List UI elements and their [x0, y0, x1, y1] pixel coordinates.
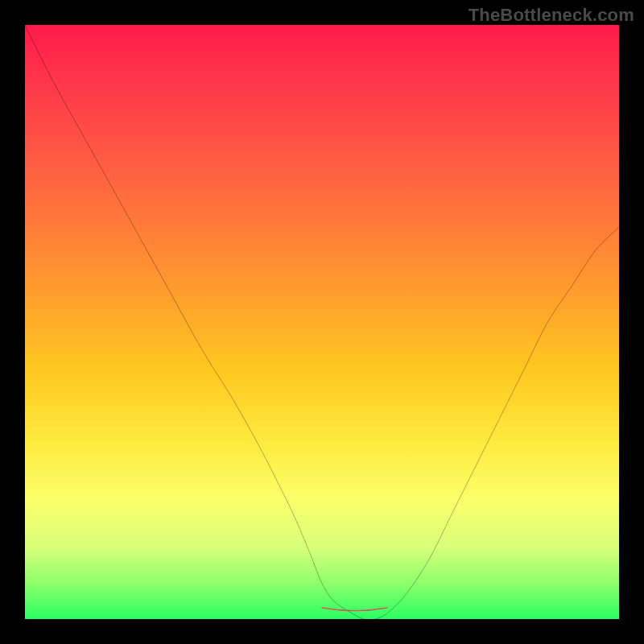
- curve-path-main: [25, 25, 619, 620]
- chart-container: TheBottleneck.com: [0, 0, 644, 644]
- curve-path-flat: [322, 608, 387, 611]
- watermark-label: TheBottleneck.com: [469, 5, 634, 26]
- bottleneck-curve: [25, 25, 619, 619]
